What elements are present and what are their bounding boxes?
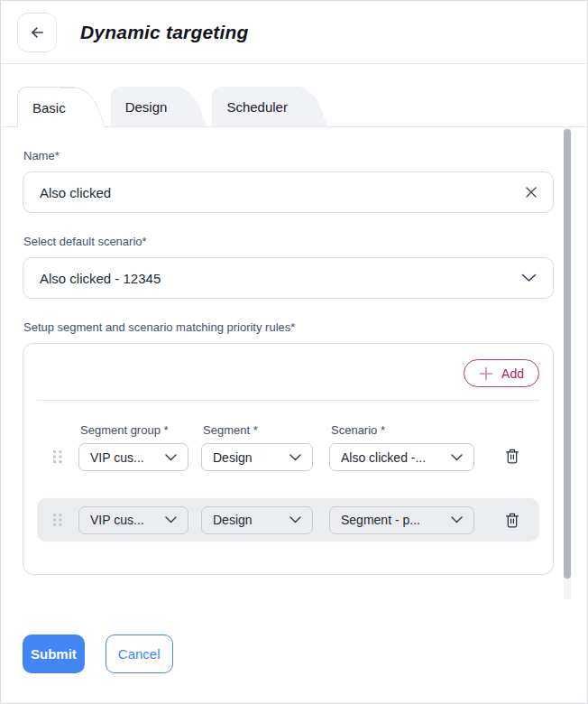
chevron-down-icon (289, 516, 301, 523)
scenario-value-row2: Segment - p... (341, 513, 420, 527)
default-scenario-label: Select default scenario* (23, 235, 552, 248)
page-title: Dynamic targeting (80, 22, 249, 43)
chevron-down-icon (451, 454, 463, 461)
tabbar: Basic Design Scheduler (1, 87, 587, 126)
back-button[interactable] (17, 13, 57, 52)
scenario-header: Scenario * (331, 423, 474, 437)
scrollbar-track[interactable] (564, 127, 571, 599)
rules-divider (37, 400, 539, 401)
segment-group-header: Segment group * (80, 423, 188, 437)
chevron-down-icon (289, 454, 301, 461)
scenario-column: Scenario * Also clicked -... (329, 423, 474, 471)
scenario-value-row1: Also clicked -... (341, 450, 426, 465)
tab-basic[interactable]: Basic (17, 87, 75, 127)
tab-scheduler-label: Scheduler (226, 99, 288, 115)
rules-toolbar: Add (37, 359, 539, 400)
delete-rule-button-row1[interactable] (501, 445, 523, 467)
rules-card: Add Segment group * VIP cus... (23, 343, 554, 575)
form-content: Name* Select default scenario* Also clic… (1, 126, 587, 599)
segment-group-select-row2[interactable]: VIP cus... (78, 506, 188, 534)
name-input[interactable] (23, 171, 554, 213)
add-rule-button[interactable]: Add (464, 359, 539, 387)
dynamic-targeting-window: Dynamic targeting Basic Design Scheduler… (0, 0, 588, 704)
chevron-down-icon (165, 516, 177, 523)
close-icon (525, 186, 537, 199)
rules-section-label: Setup segment and scenario matching prio… (23, 320, 552, 334)
segment-value-row2: Design (213, 513, 253, 527)
scenario-select-row2[interactable]: Segment - p... (329, 506, 474, 534)
default-scenario-value: Also clicked - 12345 (40, 271, 161, 286)
segment-group-value-row2: VIP cus... (90, 513, 144, 527)
submit-button[interactable]: Submit (23, 635, 85, 673)
trash-icon (504, 448, 520, 465)
add-rule-label: Add (501, 366, 524, 381)
tab-basic-label: Basic (32, 100, 66, 116)
header: Dynamic targeting (1, 1, 587, 64)
chevron-down-icon (451, 516, 463, 523)
drag-handle-icon[interactable] (53, 450, 62, 463)
chevron-down-icon (165, 454, 177, 461)
delete-rule-button-row2[interactable] (501, 509, 523, 531)
scrollbar-thumb[interactable] (564, 129, 571, 579)
segment-group-value-row1: VIP cus... (90, 450, 144, 465)
segment-group-column: Segment group * VIP cus... (78, 423, 188, 471)
trash-icon (504, 512, 520, 529)
rule-row-2: VIP cus... Design Segment - p... (37, 498, 539, 542)
drag-handle-icon[interactable] (53, 514, 62, 526)
segment-header: Segment * (203, 423, 313, 437)
default-scenario-select[interactable]: Also clicked - 12345 (23, 257, 554, 299)
tab-design-label: Design (125, 99, 168, 115)
name-field-label: Name* (23, 149, 552, 162)
tab-design[interactable]: Design (111, 87, 177, 126)
cancel-button[interactable]: Cancel (106, 635, 173, 673)
plus-icon (479, 366, 493, 381)
segment-column: Segment * Design (201, 423, 313, 471)
segment-select-row2[interactable]: Design (201, 506, 313, 534)
name-field-wrap (23, 171, 554, 213)
segment-group-select-row1[interactable]: VIP cus... (78, 443, 188, 471)
segment-value-row1: Design (213, 450, 253, 465)
segment-select-row1[interactable]: Design (201, 443, 313, 471)
scenario-select-row1[interactable]: Also clicked -... (329, 443, 474, 471)
footer-actions: Submit Cancel (1, 599, 587, 673)
rule-row-1: Segment group * VIP cus... Segment * Des… (37, 423, 539, 471)
tab-scheduler[interactable]: Scheduler (212, 87, 297, 126)
arrow-left-icon (28, 23, 46, 42)
chevron-down-icon (521, 273, 537, 283)
clear-name-button[interactable] (521, 182, 541, 202)
